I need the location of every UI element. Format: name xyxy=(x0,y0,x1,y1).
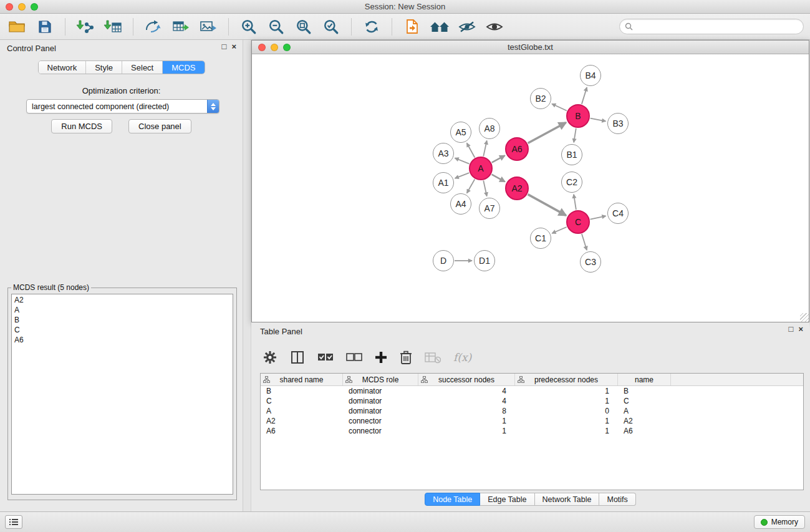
cell-predecessor-nodes[interactable]: 1 xyxy=(515,386,618,396)
graph-edge-A6-B[interactable] xyxy=(528,122,566,143)
graph-edge-C-C4[interactable] xyxy=(591,216,606,219)
column-header-predecessor-nodes[interactable]: predecessor nodes xyxy=(515,374,618,385)
select-all-button[interactable] xyxy=(317,351,334,364)
memory-button[interactable]: Memory xyxy=(754,515,805,529)
tab-edge-table[interactable]: Edge Table xyxy=(480,493,534,506)
table-row[interactable]: A dominator 8 0 A xyxy=(261,406,803,416)
graph-node-A6[interactable]: A6 xyxy=(505,137,529,161)
graph-edge-A-A2[interactable] xyxy=(492,175,505,182)
cell-mcds-role[interactable]: dominator xyxy=(343,386,418,396)
deselect-all-button[interactable] xyxy=(346,351,362,364)
function-builder-button[interactable]: f(x) xyxy=(453,351,471,364)
float-table-panel-icon[interactable]: □ xyxy=(789,325,794,334)
window-resize-grip[interactable] xyxy=(800,313,809,322)
table-row[interactable]: B dominator 4 1 B xyxy=(261,386,803,396)
graph-edge-C-C3[interactable] xyxy=(582,234,587,250)
cell-shared-name[interactable]: A2 xyxy=(261,416,343,426)
column-header-name[interactable]: name xyxy=(618,374,671,385)
graph-edge-B-B4[interactable] xyxy=(582,87,587,104)
optimization-criterion-select[interactable]: largest connected component (directed) xyxy=(26,99,219,114)
cell-shared-name[interactable]: A xyxy=(261,406,343,416)
add-column-button[interactable] xyxy=(375,351,387,364)
graph-node-B[interactable]: B xyxy=(566,104,590,128)
export-network-button[interactable] xyxy=(141,16,166,38)
minimize-network-button[interactable] xyxy=(271,44,278,51)
cell-predecessor-nodes[interactable]: 1 xyxy=(515,416,618,426)
graph-edge-A-A5[interactable] xyxy=(467,143,475,158)
graph-edge-A2-C[interactable] xyxy=(528,195,566,216)
graph-node-C[interactable]: C xyxy=(566,210,590,234)
cell-name[interactable]: A2 xyxy=(618,416,671,426)
window-titlebar[interactable]: Session: New Session xyxy=(0,0,810,14)
graph-node-C2[interactable]: C2 xyxy=(561,172,582,193)
cell-successor-nodes[interactable]: 1 xyxy=(418,426,515,436)
zoom-in-button[interactable] xyxy=(236,16,261,38)
zoom-fit-button[interactable] xyxy=(291,16,316,38)
copy-document-button[interactable] xyxy=(400,16,425,38)
tab-style[interactable]: Style xyxy=(86,61,122,74)
graph-node-B4[interactable]: B4 xyxy=(580,65,601,86)
close-table-panel-icon[interactable]: × xyxy=(798,325,803,334)
tab-network[interactable]: Network xyxy=(38,61,86,74)
graph-node-B3[interactable]: B3 xyxy=(607,113,629,134)
graph-edge-A-A8[interactable] xyxy=(483,141,486,157)
cell-mcds-role[interactable]: connector xyxy=(343,426,418,436)
search-input[interactable] xyxy=(636,22,798,32)
hide-details-button[interactable] xyxy=(455,16,480,38)
graph-node-C1[interactable]: C1 xyxy=(530,228,551,249)
mcds-result-item[interactable]: B xyxy=(14,315,230,325)
graph-edge-C-C1[interactable] xyxy=(552,227,566,233)
export-table-button[interactable] xyxy=(168,16,193,38)
graph-node-A[interactable]: A xyxy=(469,157,493,180)
graph-node-D[interactable]: D xyxy=(433,250,454,271)
cell-predecessor-nodes[interactable]: 1 xyxy=(515,396,618,406)
mcds-result-item[interactable]: A6 xyxy=(14,335,230,345)
import-network-button[interactable] xyxy=(73,16,98,38)
cell-shared-name[interactable]: B xyxy=(261,386,343,396)
graph-edge-A-A3[interactable] xyxy=(455,158,470,163)
close-panel-button[interactable]: Close panel xyxy=(128,119,191,133)
graph-edge-A-A7[interactable] xyxy=(483,181,486,196)
graph-node-A2[interactable]: A2 xyxy=(505,177,529,200)
graph-node-A7[interactable]: A7 xyxy=(479,198,500,219)
close-network-button[interactable] xyxy=(258,44,266,51)
show-details-button[interactable] xyxy=(482,16,507,38)
open-file-button[interactable] xyxy=(5,16,30,38)
show-columns-button[interactable] xyxy=(290,350,305,365)
column-header-successor-nodes[interactable]: successor nodes xyxy=(418,374,515,385)
cell-name[interactable]: A xyxy=(618,406,671,416)
table-row[interactable]: C dominator 4 1 C xyxy=(261,396,803,406)
graph-node-A3[interactable]: A3 xyxy=(433,143,454,164)
graph-edge-A-A1[interactable] xyxy=(455,173,470,178)
delete-table-button[interactable] xyxy=(425,351,441,364)
cell-mcds-role[interactable]: connector xyxy=(343,416,418,426)
save-session-button[interactable] xyxy=(32,16,57,38)
import-table-button[interactable] xyxy=(100,16,125,38)
tab-network-table[interactable]: Network Table xyxy=(535,493,600,506)
tab-select[interactable]: Select xyxy=(122,61,163,74)
home-button[interactable] xyxy=(427,16,452,38)
graph-node-A1[interactable]: A1 xyxy=(433,172,454,193)
graph-node-B2[interactable]: B2 xyxy=(530,88,551,109)
cell-name[interactable]: C xyxy=(618,396,671,406)
float-panel-icon[interactable]: □ xyxy=(222,42,227,51)
graph-node-C3[interactable]: C3 xyxy=(580,251,601,273)
minimize-window-button[interactable] xyxy=(18,3,26,11)
graph-node-D1[interactable]: D1 xyxy=(474,250,495,271)
graph-node-A4[interactable]: A4 xyxy=(450,193,471,215)
cell-predecessor-nodes[interactable]: 0 xyxy=(515,406,618,416)
close-panel-icon[interactable]: × xyxy=(231,42,236,51)
graph-edge-B-B2[interactable] xyxy=(552,104,567,110)
refresh-button[interactable] xyxy=(359,16,384,38)
graph-node-A5[interactable]: A5 xyxy=(450,122,471,143)
zoom-out-button[interactable] xyxy=(264,16,289,38)
tab-motifs[interactable]: Motifs xyxy=(599,493,635,506)
cell-name[interactable]: B xyxy=(618,386,671,396)
cell-mcds-role[interactable]: dominator xyxy=(343,406,418,416)
panel-splitter[interactable] xyxy=(243,40,251,511)
cell-successor-nodes[interactable]: 1 xyxy=(418,416,515,426)
cell-shared-name[interactable]: A6 xyxy=(261,426,343,436)
graph-edge-A-A6[interactable] xyxy=(492,155,505,162)
graph-edge-B-B3[interactable] xyxy=(591,118,606,122)
column-header-shared-name[interactable]: shared name xyxy=(261,374,343,385)
